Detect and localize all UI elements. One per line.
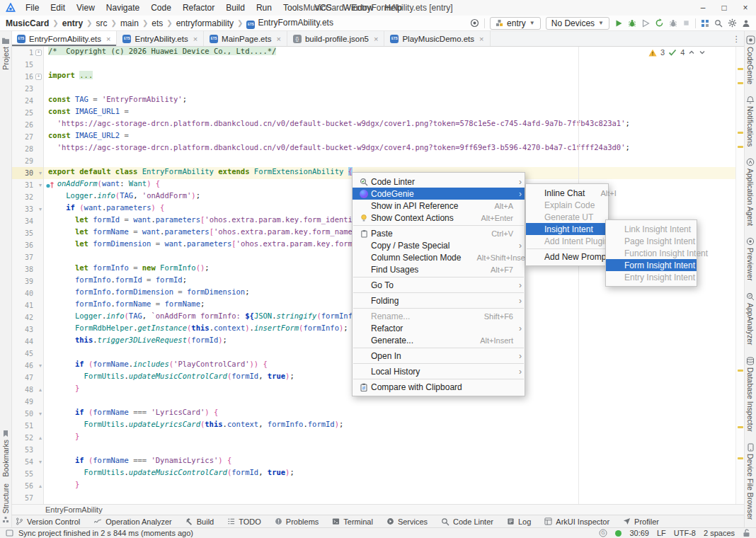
context-menu-item-rename[interactable]: Rename...Shift+F6 — [353, 310, 525, 322]
run-config-dropdown[interactable]: entry ▼ — [490, 17, 541, 30]
menu-view[interactable]: View — [71, 1, 101, 14]
tool-stripe-structure[interactable]: Structure — [1, 483, 10, 523]
minimize-button[interactable]: – — [692, 1, 714, 16]
breadcrumb-item-entryformability[interactable]: entryformability — [176, 18, 234, 28]
fold-marker-icon[interactable]: ▾ — [39, 167, 42, 179]
codegenie-menu-item-generate-ut[interactable]: Generate UT — [526, 211, 608, 223]
profile-structure-icon[interactable] — [701, 19, 709, 28]
indent-setting[interactable]: 2 spaces — [704, 529, 735, 537]
insight-menu-item-form-insight-intent[interactable]: Form Insight Intent — [606, 259, 697, 271]
insight-menu-item-link-insight-intent[interactable]: Link Insight Intent — [606, 223, 697, 235]
tab-mainpage-ets[interactable]: ETSMainPage.ets× — [204, 31, 287, 46]
tool-stripe-codegenie[interactable]: CodeGenie — [746, 35, 755, 84]
run-button[interactable] — [614, 19, 623, 28]
context-menu-item-show-context-actions[interactable]: Show Context ActionsAlt+Enter — [353, 212, 525, 224]
breadcrumb-item-ets[interactable]: ets — [151, 18, 163, 28]
tab-close-icon[interactable]: × — [106, 35, 110, 43]
target-icon[interactable] — [470, 18, 479, 28]
tool-window-button-code-linter[interactable]: Code Linter — [441, 517, 493, 526]
tab-playmusicdemo-ets[interactable]: ETSPlayMusicDemo.ets× — [384, 31, 490, 46]
warning-stripe-mark[interactable] — [738, 82, 743, 84]
fold-marker-icon[interactable]: ▾ — [39, 203, 42, 215]
tab-entryformability-ets[interactable]: ETSEntryFormAbility.ets× — [11, 31, 117, 46]
tool-window-button-terminal[interactable]: Terminal — [332, 517, 373, 526]
warning-stripe-mark[interactable] — [738, 132, 743, 134]
tool-window-button-arkui-inspector[interactable]: ArkUI Inspector — [544, 517, 609, 526]
context-menu-item-find-usages[interactable]: Find UsagesAlt+F7 — [353, 263, 525, 275]
warning-stripe-mark[interactable] — [738, 146, 743, 148]
fold-marker-icon[interactable]: ▴ — [39, 384, 42, 396]
tool-stripe-device-file-browser[interactable]: Device File Browser — [746, 443, 755, 520]
breadcrumb-item-musiccard[interactable]: MusicCard — [6, 18, 49, 28]
fold-marker-icon[interactable]: + — [35, 50, 42, 56]
line-ending[interactable]: LF — [657, 529, 666, 537]
debug-restart-button[interactable] — [669, 19, 677, 28]
chevron-down-icon[interactable] — [699, 50, 706, 55]
breadcrumb-item-entry[interactable]: entry — [62, 18, 83, 28]
device-dropdown[interactable]: No Devices ▼ — [546, 17, 609, 30]
codegenie-menu-item-add-new-prompts[interactable]: Add New Prompts — [526, 251, 608, 263]
tool-stripe-bookmarks[interactable]: Bookmarks — [1, 430, 10, 477]
stop-button[interactable] — [682, 19, 690, 27]
gradle-g-icon[interactable]: G — [599, 529, 607, 537]
tab-options-icon[interactable]: ⋮ — [733, 34, 741, 44]
tab-build-profile-json5[interactable]: {}build-profile.json5× — [287, 31, 385, 46]
fold-marker-icon[interactable]: ▾ — [39, 408, 42, 420]
menu-file[interactable]: File — [20, 1, 45, 14]
menu-refactor[interactable]: Refactor — [177, 1, 220, 14]
file-encoding[interactable]: UTF-8 — [674, 529, 696, 537]
tab-close-icon[interactable]: × — [276, 35, 280, 43]
editor-breadcrumb[interactable]: EntryFormAbility — [45, 505, 103, 514]
context-menu-item-column-selection-mode[interactable]: Column Selection ModeAlt+Shift+Insert — [353, 251, 525, 263]
window-icon[interactable] — [6, 530, 13, 537]
context-menu-item-paste[interactable]: PasteCtrl+V — [353, 227, 525, 239]
search-icon[interactable] — [714, 19, 723, 28]
codegenie-menu-item-inline-chat[interactable]: Inline ChatAlt+I — [526, 187, 608, 199]
fold-marker-icon[interactable]: ▴ — [39, 432, 42, 444]
tool-stripe-notifications[interactable]: Notifications — [746, 96, 755, 147]
context-menu-item-copy-paste-special[interactable]: Copy / Paste Special› — [353, 239, 525, 251]
context-menu-item-code-linter[interactable]: Code Linter› — [353, 176, 525, 188]
debug-button[interactable] — [628, 19, 636, 28]
menu-build[interactable]: Build — [220, 1, 251, 14]
tool-window-button-todo[interactable]: TODO — [227, 517, 261, 526]
menu-run[interactable]: Run — [251, 1, 277, 14]
menu-edit[interactable]: Edit — [45, 1, 71, 14]
context-menu-item-compare-with-clipboard[interactable]: Compare with Clipboard — [353, 381, 525, 393]
fold-marker-icon[interactable]: ▾ — [39, 179, 42, 191]
tool-window-button-profiler[interactable]: Profiler — [623, 517, 659, 526]
tab-close-icon[interactable]: × — [193, 35, 197, 43]
inspection-widget[interactable]: 3 4 — [648, 48, 706, 57]
context-menu-item-local-history[interactable]: Local History› — [353, 365, 525, 377]
context-menu-item-show-in-api-reference[interactable]: Show in API ReferenceAlt+A — [353, 200, 525, 212]
context-menu-item-refactor[interactable]: Refactor› — [353, 322, 525, 334]
context-menu-item-go-to[interactable]: Go To› — [353, 279, 525, 291]
context-menu-item-codegenie[interactable]: CodeGenie› — [353, 188, 525, 200]
breadcrumb-item-src[interactable]: src — [96, 18, 107, 28]
warning-stripe-mark[interactable] — [738, 457, 743, 459]
breadcrumb-item-main[interactable]: main — [120, 18, 139, 28]
tab-entryability-ets[interactable]: ETSEntryAbility.ets× — [117, 31, 204, 46]
insight-menu-item-entry-insight-intent[interactable]: Entry Insight Intent — [606, 271, 697, 283]
tool-window-button-operation-analyzer[interactable]: Operation Analyzer — [93, 517, 172, 526]
user-account-icon[interactable] — [742, 19, 750, 28]
context-menu-item-folding[interactable]: Folding› — [353, 294, 525, 307]
context-menu-item-generate[interactable]: Generate...Alt+Insert — [353, 334, 525, 346]
chevron-up-icon[interactable] — [688, 50, 695, 55]
insight-menu-item-page-insight-intent[interactable]: Page Insight Intent — [606, 235, 697, 247]
tool-window-button-services[interactable]: Services — [386, 517, 428, 526]
caret-position[interactable]: 30:69 — [629, 529, 649, 537]
run-coverage-button[interactable] — [641, 19, 650, 28]
fold-marker-icon[interactable]: ▾ — [39, 456, 42, 468]
tool-window-button-log[interactable]: Log — [507, 517, 531, 526]
tool-window-button-build[interactable]: Build — [185, 517, 214, 526]
insight-gutter-icon[interactable] — [45, 181, 55, 189]
fold-marker-icon[interactable]: + — [35, 74, 42, 80]
tab-close-icon[interactable]: × — [374, 35, 378, 43]
tool-stripe-database-inspector[interactable]: Database Inspector — [746, 357, 755, 432]
context-menu-item-open-in[interactable]: Open In› — [353, 350, 525, 362]
close-button[interactable]: × — [735, 1, 756, 16]
tool-window-button-version-control[interactable]: Version Control — [16, 517, 80, 526]
warning-stripe-mark[interactable] — [738, 68, 743, 70]
settings-gear-icon[interactable] — [728, 18, 737, 28]
